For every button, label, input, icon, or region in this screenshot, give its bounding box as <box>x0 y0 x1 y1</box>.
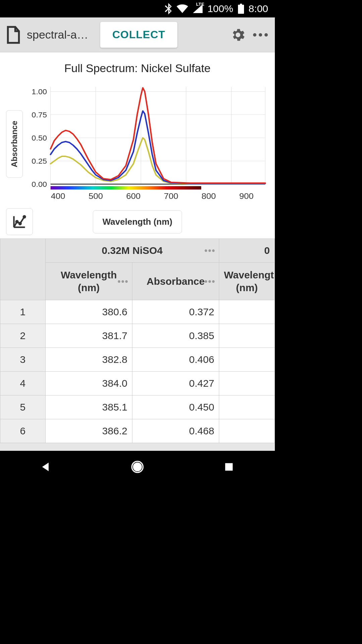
x-axis-button[interactable]: Wavelength (nm) <box>93 210 182 233</box>
svg-point-27 <box>16 221 18 223</box>
svg-point-29 <box>23 216 25 218</box>
clock: 8:00 <box>249 3 268 14</box>
android-nav-bar <box>0 451 275 483</box>
graph-tools-button[interactable] <box>6 208 33 235</box>
wavelength2-cell[interactable] <box>219 372 275 395</box>
file-name-label[interactable]: spectral-an… <box>27 28 94 41</box>
table-row[interactable]: 5385.10.450 <box>0 395 275 419</box>
data-table[interactable]: 0.32M NiSO4 ••• 0 Wavelength (nm) ••• Ab… <box>0 238 275 451</box>
row-number-cell: 5 <box>0 395 46 419</box>
svg-text:0.75: 0.75 <box>32 111 47 119</box>
y-axis-button[interactable]: Absorbance <box>6 110 23 178</box>
table-row[interactable]: 2381.70.385 <box>0 324 275 348</box>
nav-recent-button[interactable] <box>222 460 236 474</box>
wavelength-cell[interactable]: 385.1 <box>45 395 132 419</box>
app-toolbar: spectral-an… COLLECT <box>0 17 275 52</box>
collect-button[interactable]: COLLECT <box>100 21 178 48</box>
row-number-cell: 2 <box>0 324 46 348</box>
dataset-header-next[interactable]: 0 <box>219 239 275 263</box>
absorbance-cell[interactable]: 0.427 <box>132 372 219 395</box>
svg-text:500: 500 <box>88 192 103 201</box>
svg-text:0.25: 0.25 <box>32 157 47 165</box>
row-number-cell: 3 <box>0 348 46 372</box>
wavelength2-cell[interactable] <box>219 419 275 443</box>
row-number-header <box>0 239 46 300</box>
wavelength-cell[interactable]: 386.2 <box>45 419 132 443</box>
wavelength-cell[interactable]: 384.0 <box>45 372 132 395</box>
col-absorbance-header[interactable]: Absorbance ••• <box>132 263 219 300</box>
wavelength2-cell[interactable] <box>219 324 275 348</box>
wavelength-cell[interactable]: 380.6 <box>45 300 132 324</box>
svg-point-0 <box>253 33 256 37</box>
table-row[interactable]: 1380.60.372 <box>0 300 275 324</box>
col-wavelength2-header[interactable]: Wavelengt (nm) <box>219 263 275 300</box>
svg-point-2 <box>264 33 268 37</box>
settings-button[interactable] <box>230 27 246 43</box>
cellular-icon: LTE <box>193 4 203 13</box>
wavelength2-cell[interactable] <box>219 395 275 419</box>
table-row[interactable]: 3382.80.406 <box>0 348 275 372</box>
svg-text:400: 400 <box>51 192 65 201</box>
dataset-header[interactable]: 0.32M NiSO4 ••• <box>45 239 219 263</box>
more-options-button[interactable] <box>252 33 269 37</box>
table-row[interactable]: 6386.20.468 <box>0 419 275 443</box>
file-icon[interactable] <box>6 25 21 44</box>
battery-percent: 100% <box>207 3 233 14</box>
svg-text:1.00: 1.00 <box>32 88 47 96</box>
row-number-cell: 1 <box>0 300 46 324</box>
svg-text:0.50: 0.50 <box>32 134 47 142</box>
table-row[interactable]: 4384.00.427 <box>0 372 275 395</box>
battery-icon <box>238 4 244 14</box>
network-type-label: LTE <box>196 2 204 7</box>
bluetooth-icon <box>165 3 172 14</box>
chart-panel: Full Spectrum: Nickel Sulfate Absorbance… <box>0 52 275 238</box>
svg-point-31 <box>133 463 141 471</box>
dataset-options-icon[interactable]: ••• <box>204 246 216 256</box>
chart-plot[interactable]: 0.000.250.500.751.00400500600700800900 <box>25 84 269 204</box>
col-options-icon[interactable]: ••• <box>204 276 216 286</box>
svg-rect-15 <box>51 186 201 190</box>
svg-point-28 <box>19 223 21 225</box>
svg-point-1 <box>259 33 262 37</box>
svg-text:0.00: 0.00 <box>32 180 47 189</box>
wavelength2-cell[interactable] <box>219 300 275 324</box>
wifi-icon <box>177 4 188 13</box>
wavelength2-cell[interactable] <box>219 348 275 372</box>
row-number-cell: 6 <box>0 419 46 443</box>
nav-home-button[interactable] <box>130 460 145 474</box>
absorbance-cell[interactable]: 0.468 <box>132 419 219 443</box>
col-wavelength-header[interactable]: Wavelength (nm) ••• <box>45 263 132 300</box>
absorbance-cell[interactable]: 0.450 <box>132 395 219 419</box>
row-number-cell: 4 <box>0 372 46 395</box>
nav-back-button[interactable] <box>39 460 53 474</box>
wavelength-cell[interactable]: 382.8 <box>45 348 132 372</box>
svg-rect-32 <box>225 463 233 471</box>
svg-text:900: 900 <box>239 192 254 201</box>
android-status-bar: LTE 100% 8:00 <box>0 0 275 17</box>
absorbance-cell[interactable]: 0.406 <box>132 348 219 372</box>
chart-title: Full Spectrum: Nickel Sulfate <box>6 62 269 75</box>
col-options-icon[interactable]: ••• <box>118 276 129 286</box>
wavelength-cell[interactable]: 381.7 <box>45 324 132 348</box>
svg-text:700: 700 <box>164 192 178 201</box>
svg-text:600: 600 <box>126 192 141 201</box>
svg-text:800: 800 <box>201 192 216 201</box>
absorbance-cell[interactable]: 0.385 <box>132 324 219 348</box>
absorbance-cell[interactable]: 0.372 <box>132 300 219 324</box>
